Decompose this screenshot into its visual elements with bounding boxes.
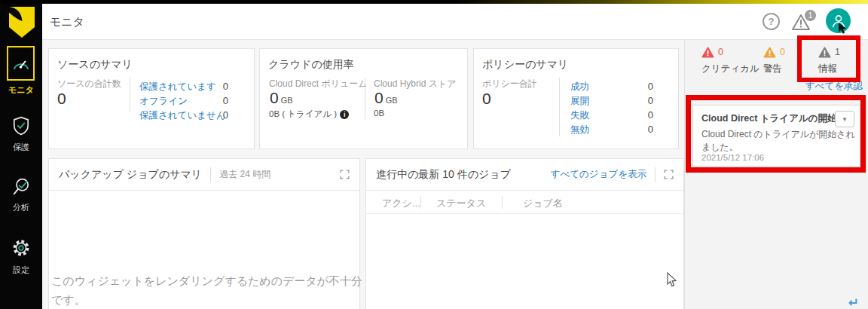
help-icon[interactable]: ? <box>763 13 780 30</box>
critical-count: 0 <box>718 47 723 57</box>
sidebar: モニタ 保護 分析 設定 <box>0 0 42 309</box>
mouse-cursor <box>667 272 678 287</box>
page-title: モニタ <box>50 15 84 29</box>
cloud-usage-card: クラウドの使用率 Cloud Direct ボリューム 0GB 0B ( トライ… <box>259 48 468 149</box>
policy-failed-value: 0 <box>631 109 653 121</box>
source-total-label: ソースの合計数 <box>57 78 121 90</box>
gear-icon[interactable] <box>11 238 31 258</box>
backup-widget-period: 過去 24 時間 <box>219 168 270 181</box>
warning-count: 0 <box>780 47 785 57</box>
notification-title: Cloud Direct トライアルの開始 <box>701 112 837 125</box>
warning-label: 警告 <box>763 63 785 75</box>
policy-disabled-link[interactable]: 無効 <box>570 124 589 136</box>
notification-actions-button[interactable]: ▾ <box>835 111 854 127</box>
divider <box>130 78 130 112</box>
source-offline-link[interactable]: オフライン <box>139 95 188 108</box>
page-header: モニタ ? 1 <box>42 4 868 40</box>
main-content: ソースのサマリ ソースの合計数 0 保護されています 0 オフライン 0 保護さ… <box>42 40 684 309</box>
info-icon[interactable]: i <box>340 110 349 119</box>
expand-icon[interactable] <box>340 170 350 179</box>
source-summary-title: ソースのサマリ <box>57 58 133 72</box>
source-offline-value: 0 <box>206 95 228 106</box>
source-unprotected-value: 0 <box>206 109 228 121</box>
policy-deployed-link[interactable]: 展開 <box>570 95 589 108</box>
backup-widget-header: バックアップ ジョブのサマリ 過去 24 時間 <box>49 159 359 191</box>
critical-triangle-icon <box>701 47 714 58</box>
cloud-direct-value: 0GB <box>270 89 293 107</box>
alerts-count-badge: 1 <box>805 10 816 21</box>
shield-check-icon[interactable] <box>11 116 31 136</box>
alerts-panel: 0 クリティカル 0 警告 1 <box>684 40 868 309</box>
policy-failed-link[interactable]: 失敗 <box>570 109 589 122</box>
cursor-on-avatar <box>839 23 848 35</box>
policy-deployed-value: 0 <box>631 95 653 106</box>
sidebar-item-monitor-label[interactable]: モニタ <box>0 84 42 96</box>
jobs-table-header: アクシ... ステータス ジョブ名 <box>366 191 683 214</box>
source-summary-card: ソースのサマリ ソースの合計数 0 保護されています 0 オフライン 0 保護さ… <box>48 48 255 149</box>
sidebar-item-protect-label[interactable]: 保護 <box>0 142 42 153</box>
alert-filter-warning[interactable]: 0 警告 <box>763 46 785 75</box>
policy-summary-title: ポリシーのサマリ <box>482 58 568 72</box>
notification-body: Cloud Direct のトライアルが開始されました。 <box>701 128 855 154</box>
warning-triangle-icon <box>763 47 776 58</box>
cloud-usage-title: クラウドの使用率 <box>268 58 354 72</box>
return-arrow-icon: ↵ <box>848 295 859 309</box>
notification-timestamp: 2021/5/12 17:06 <box>701 153 764 162</box>
info-label: 情報 <box>818 63 840 75</box>
jobs-widget-title: 進行中の最新 10 件のジョブ <box>376 168 511 182</box>
analyze-magnifier-icon[interactable] <box>11 177 31 197</box>
expand-icon[interactable] <box>664 170 674 179</box>
sidebar-item-analyze-label[interactable]: 分析 <box>0 202 42 213</box>
cloud-hybrid-bytes: 0B <box>374 109 384 118</box>
backup-widget-title: バックアップ ジョブのサマリ <box>59 168 202 182</box>
policy-disabled-value: 0 <box>631 124 653 135</box>
divider <box>365 78 365 120</box>
brand-gradient-bar <box>0 0 868 4</box>
monitor-dashboard: モニタ 保護 分析 設定 モニタ ? 1 <box>0 0 868 309</box>
view-all-jobs-link[interactable]: すべてのジョブを表示 <box>551 168 646 181</box>
policy-summary-card: ポリシーのサマリ ポリシー合計 0 成功 0 展開 0 失敗 0 無効 0 <box>473 48 679 149</box>
source-protected-link[interactable]: 保護されています <box>139 81 216 93</box>
jobs-in-progress-widget: 進行中の最新 10 件のジョブ すべてのジョブを表示 アクシ... ステータス … <box>365 158 684 309</box>
source-total-value: 0 <box>57 90 66 108</box>
backup-job-summary-widget: バックアップ ジョブのサマリ 過去 24 時間 このウィジェットをレンダリングす… <box>48 158 360 309</box>
insufficient-data-message: このウィジェットをレンダリングするためのデータが不十分です。 <box>51 272 371 309</box>
critical-label: クリティカル <box>701 63 760 75</box>
policy-total-value: 0 <box>482 90 491 108</box>
divider <box>559 78 560 136</box>
chevron-down-icon: ▾ <box>843 115 847 123</box>
policy-success-value: 0 <box>631 81 653 92</box>
sidebar-item-settings-label[interactable]: 設定 <box>0 265 42 276</box>
alert-filter-info[interactable]: 1 情報 <box>818 46 840 75</box>
info-count: 1 <box>835 47 840 57</box>
policy-total-label: ポリシー合計 <box>482 78 537 90</box>
jobs-widget-header: 進行中の最新 10 件のジョブ すべてのジョブを表示 <box>366 159 683 191</box>
sidebar-item-monitor[interactable] <box>7 46 35 81</box>
gauge-icon <box>11 54 31 72</box>
divider <box>502 196 503 209</box>
column-status[interactable]: ステータス <box>436 197 486 210</box>
alert-filter-critical[interactable]: 0 クリティカル <box>701 46 760 75</box>
info-triangle-icon <box>818 47 831 58</box>
divider <box>420 196 421 209</box>
cloud-hybrid-value: 0GB <box>374 89 398 107</box>
divider <box>210 167 211 182</box>
cloud-direct-trial: 0B ( トライアル )i <box>269 109 349 120</box>
column-job-name[interactable]: ジョブ名 <box>523 197 563 210</box>
policy-success-link[interactable]: 成功 <box>570 81 589 93</box>
notification-card: Cloud Direct トライアルの開始 ▾ Cloud Direct のトラ… <box>692 105 860 167</box>
column-actions[interactable]: アクシ... <box>382 197 420 210</box>
app-logo-shield-icon[interactable] <box>9 7 35 38</box>
source-protected-value: 0 <box>206 81 228 92</box>
acknowledge-all-link[interactable]: すべてを承認 <box>805 80 863 93</box>
divider <box>655 167 656 182</box>
